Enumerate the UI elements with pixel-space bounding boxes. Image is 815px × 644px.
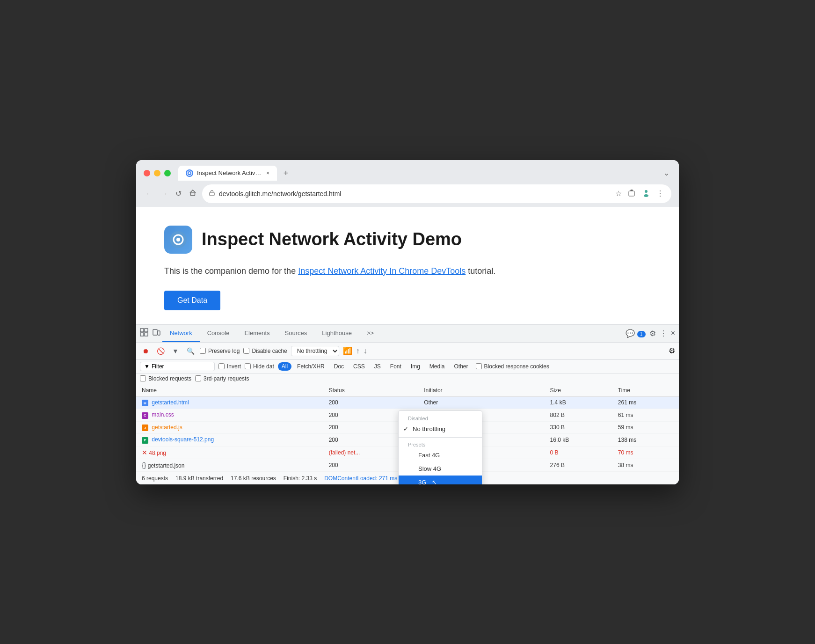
devtools-menu-icon[interactable]: ⋮ — [660, 329, 667, 338]
filter-placeholder: Filter — [152, 363, 164, 370]
col-status[interactable]: Status — [323, 384, 419, 397]
preserve-log-checkbox[interactable] — [200, 348, 206, 354]
minimize-traffic-light[interactable] — [154, 170, 160, 176]
preserve-log-label[interactable]: Preserve log — [200, 348, 240, 354]
new-tab-button[interactable]: + — [279, 167, 293, 181]
tab-elements[interactable]: Elements — [237, 325, 277, 342]
forward-button[interactable]: → — [159, 188, 170, 200]
invert-label[interactable]: Invert — [218, 363, 241, 370]
address-secure-icon — [209, 190, 215, 198]
filter-input-wrap[interactable]: ▼ Filter — [140, 362, 215, 371]
type-btn-font[interactable]: Font — [386, 362, 405, 371]
settings-icon[interactable]: ⚙ — [649, 329, 656, 338]
type-btn-js[interactable]: JS — [371, 362, 385, 371]
device-toolbar-icon[interactable] — [152, 328, 160, 338]
console-messages-icon[interactable]: 💬 1 — [626, 329, 646, 338]
dom-content-loaded: DOMContentLoaded: 271 ms — [324, 475, 397, 482]
extensions-icon[interactable] — [626, 188, 637, 200]
dropdown-3g[interactable]: 3G ↖ — [399, 476, 482, 484]
tab-lighthouse[interactable]: Lighthouse — [314, 325, 359, 342]
description-link[interactable]: Inspect Network Activity In Chrome DevTo… — [298, 266, 466, 276]
type-filter-bar: All Fetch/XHR Doc CSS JS Font Img Media … — [278, 362, 472, 371]
third-party-checkbox[interactable] — [195, 375, 201, 381]
type-btn-other[interactable]: Other — [451, 362, 472, 371]
disable-cache-label[interactable]: Disable cache — [243, 348, 287, 354]
requests-count: 6 requests — [142, 475, 168, 482]
network-table-wrap: Name Status Initiator Size Time H getsta… — [136, 384, 679, 472]
inspector-icon[interactable] — [140, 328, 148, 338]
devtools-close-button[interactable]: × — [671, 329, 675, 337]
svg-rect-10 — [140, 329, 144, 332]
tab-more[interactable]: >> — [359, 325, 381, 342]
tab-console[interactable]: Console — [200, 325, 237, 342]
upload-icon: ↑ — [356, 347, 360, 355]
maximize-traffic-light[interactable] — [164, 170, 171, 176]
menu-icon[interactable]: ⋮ — [655, 188, 665, 199]
back-button[interactable]: ← — [144, 188, 155, 200]
network-settings-icon[interactable]: ⚙ — [669, 346, 675, 355]
col-name[interactable]: Name — [136, 384, 323, 397]
active-tab[interactable]: Inspect Network Activity Dem × — [178, 166, 277, 181]
close-traffic-light[interactable] — [144, 170, 150, 176]
svg-rect-2 — [191, 193, 195, 196]
dropdown-no-throttling[interactable]: ✓ No throttling — [399, 422, 482, 436]
type-btn-all[interactable]: All — [278, 362, 291, 371]
svg-point-5 — [645, 190, 648, 193]
dropdown-slow4g[interactable]: Slow 4G — [399, 462, 482, 476]
file-type-icon: {} — [142, 461, 146, 469]
search-button[interactable]: 🔍 — [185, 345, 196, 357]
hide-data-checkbox[interactable] — [245, 363, 251, 369]
invert-checkbox[interactable] — [218, 363, 225, 369]
row-size: 330 B — [545, 421, 612, 434]
blocked-cookies-label[interactable]: Blocked response cookies — [476, 363, 549, 370]
filter-button[interactable]: ▼ — [170, 345, 181, 357]
tab-network[interactable]: Network — [162, 325, 200, 342]
table-row[interactable]: H getstarted.html 200 Other 1.4 kB 261 m… — [136, 396, 679, 409]
page-description: This is the companion demo for the Inspe… — [164, 265, 651, 278]
throttle-select[interactable]: No throttling — [291, 346, 339, 356]
traffic-lights — [144, 170, 171, 176]
page-logo — [164, 226, 192, 254]
row-time: 138 ms — [612, 434, 679, 446]
tab-dropdown-button[interactable]: ⌄ — [662, 167, 671, 179]
svg-rect-3 — [210, 192, 214, 196]
type-btn-css[interactable]: CSS — [349, 362, 369, 371]
dropdown-fast4g[interactable]: Fast 4G — [399, 448, 482, 462]
svg-rect-13 — [145, 333, 148, 336]
bookmark-icon[interactable]: ☆ — [614, 188, 623, 199]
disable-cache-checkbox[interactable] — [243, 348, 249, 354]
devtools-tab-bar: Network Console Elements Sources Lightho… — [136, 325, 679, 343]
col-size[interactable]: Size — [545, 384, 612, 397]
tab-sources[interactable]: Sources — [277, 325, 315, 342]
type-btn-doc[interactable]: Doc — [330, 362, 348, 371]
type-btn-fetch-xhr[interactable]: Fetch/XHR — [293, 362, 328, 371]
record-stop-button[interactable]: ⏺ — [140, 345, 151, 357]
reload-button[interactable]: ↺ — [174, 187, 183, 200]
home-button[interactable] — [187, 187, 198, 200]
blocked-requests-checkbox[interactable] — [140, 375, 146, 381]
third-party-label[interactable]: 3rd-party requests — [195, 375, 249, 382]
network-toolbar: ⏺ 🚫 ▼ 🔍 Preserve log Disable cache No th… — [136, 343, 679, 360]
download-icon: ↓ — [364, 347, 367, 355]
hide-data-label[interactable]: Hide dat — [245, 363, 274, 370]
row-size: 0 B — [545, 446, 612, 459]
blocked-requests-label[interactable]: Blocked requests — [140, 375, 191, 382]
address-bar: ← → ↺ devtools.glitch.me/network/getstar… — [136, 181, 679, 207]
cursor-indicator: ↖ — [432, 479, 437, 484]
filter-row2: Blocked requests 3rd-party requests — [136, 373, 679, 384]
row-name: J getstarted.js — [136, 421, 323, 434]
col-time[interactable]: Time — [612, 384, 679, 397]
row-name: {} getstarted.json — [136, 459, 323, 471]
tab-close-button[interactable]: × — [266, 170, 269, 176]
col-initiator[interactable]: Initiator — [418, 384, 544, 397]
address-bar-input[interactable]: devtools.glitch.me/network/getstarted.ht… — [202, 184, 671, 203]
finish-time: Finish: 2.33 s — [284, 475, 317, 482]
get-data-button[interactable]: Get Data — [164, 291, 220, 310]
clear-button[interactable]: 🚫 — [155, 345, 166, 357]
console-badge: 1 — [637, 331, 646, 337]
row-time: 38 ms — [612, 459, 679, 471]
type-btn-media[interactable]: Media — [426, 362, 449, 371]
blocked-cookies-checkbox[interactable] — [476, 363, 482, 369]
profile-icon[interactable] — [640, 187, 652, 200]
type-btn-img[interactable]: Img — [407, 362, 424, 371]
